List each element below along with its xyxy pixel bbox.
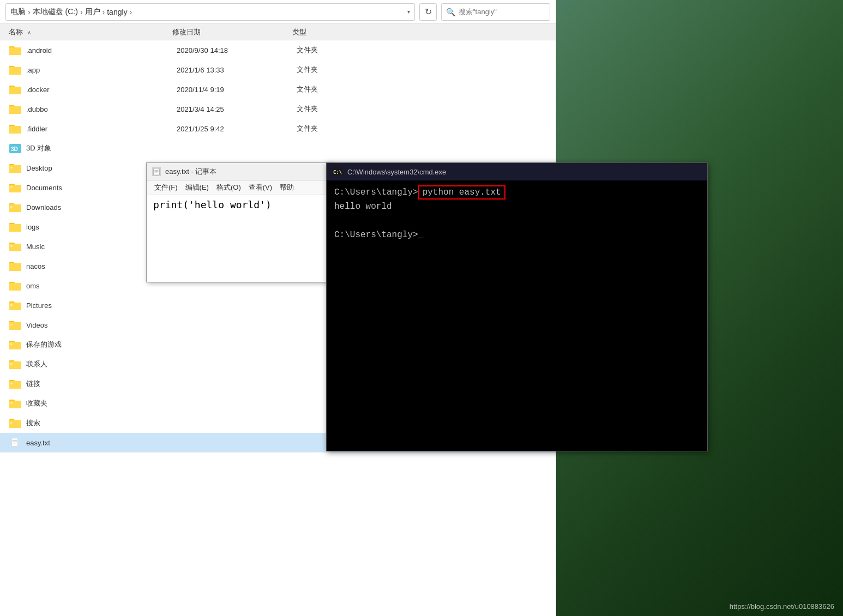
notepad-content[interactable]: print('hello world') [147,195,331,282]
svg-rect-27 [10,383,13,384]
file-date: 2020/11/4 9:19 [177,86,297,94]
file-date: 2021/1/6 13:33 [177,66,297,74]
cmd-titlebar: C:\ C:\Windows\system32\cmd.exe [327,163,707,180]
file-item[interactable]: .app2021/1/6 13:33文件夹 [0,60,556,80]
menu-help[interactable]: 帮助 [276,182,297,193]
file-icon [9,397,22,410]
file-item[interactable]: .fiddler2021/1/25 9:42文件夹 [0,119,556,138]
watermark: https://blog.csdn.net/u010883626 [730,602,834,611]
sep1: › [28,8,31,16]
sep2: › [80,8,83,16]
search-box: 🔍 [441,3,550,21]
file-icon [9,63,22,76]
file-type: 文件夹 [297,124,378,134]
breadcrumb-users[interactable]: 用户 [85,7,100,17]
file-name: 保存的游戏 [26,340,177,349]
file-icon [9,240,22,253]
file-icon [9,181,22,194]
file-type: 文件夹 [297,104,378,114]
svg-rect-28 [9,401,21,408]
sep3: › [103,8,105,16]
file-name: Pictures [26,301,177,310]
breadcrumb-drive[interactable]: 本地磁盘 (C:) [33,7,78,17]
svg-rect-23 [10,343,13,345]
svg-rect-30 [9,420,21,428]
menu-format[interactable]: 格式(O) [213,182,244,193]
svg-rect-15 [10,245,13,247]
cmd-icon: C:\ [332,167,343,176]
file-icon [9,102,22,116]
file-type: 文件夹 [297,45,378,55]
breadcrumb[interactable]: 电脑 › 本地磁盘 (C:) › 用户 › tangly › ▾ [5,3,415,21]
cmd-content[interactable]: C:\Users\tangly>python easy.txt hello wo… [327,180,707,451]
search-icon: 🔍 [446,8,455,16]
svg-rect-10 [10,186,13,188]
col-date-header[interactable]: 修改日期 [172,27,292,37]
file-name: 收藏夹 [26,398,177,408]
file-icon [9,201,22,214]
file-name: 3D 对象 [26,143,177,153]
svg-rect-4 [9,126,21,134]
svg-text:3D: 3D [11,146,18,152]
file-icon [9,436,22,449]
file-name: 链接 [26,379,177,389]
file-name: .fiddler [26,125,177,133]
notepad-menu: 文件(F) 编辑(E) 格式(O) 查看(V) 帮助 [147,180,331,195]
file-name: oms [26,282,177,290]
cmd-command-highlight: python easy.txt [418,185,505,200]
cmd-line-2: hello world [334,200,700,213]
svg-rect-24 [9,361,21,369]
svg-rect-19 [10,304,13,306]
cmd-line-4: C:\Users\tangly>_ [334,228,700,241]
cmd-window: C:\ C:\Windows\system32\cmd.exe C:\Users… [326,162,708,451]
notepad-title: easy.txt - 记事本 [165,167,326,177]
file-icon [9,358,22,371]
svg-rect-2 [9,87,21,94]
svg-rect-32 [11,438,17,446]
search-input[interactable] [459,8,535,16]
file-icon [9,161,22,174]
refresh-button[interactable]: ↻ [419,3,437,21]
breadcrumb-pc[interactable]: 电脑 [10,7,26,17]
svg-rect-25 [10,363,13,365]
file-icon [9,377,22,390]
svg-text:C:\: C:\ [333,170,342,175]
file-name: .docker [26,86,177,94]
cmd-line-3 [334,214,700,227]
file-name: .app [26,66,177,74]
file-date: 2021/1/25 9:42 [177,125,297,133]
svg-rect-21 [10,324,13,325]
svg-rect-1 [9,67,21,75]
file-item[interactable]: .android2020/9/30 14:18文件夹 [0,40,556,60]
menu-edit[interactable]: 编辑(E) [182,182,212,193]
sep4: › [130,8,133,16]
svg-rect-11 [9,204,21,212]
column-headers: 名称 ∧ 修改日期 类型 [0,24,556,40]
file-item[interactable]: 3D 3D 对象 [0,138,556,158]
file-icon [9,259,22,273]
file-name: Videos [26,321,177,329]
file-name: 联系人 [26,359,177,369]
svg-rect-0 [9,47,21,55]
menu-file[interactable]: 文件(F) [151,182,181,193]
file-date: 2021/3/4 14:25 [177,105,297,113]
col-name-header[interactable]: 名称 ∧ [9,27,172,37]
svg-rect-17 [9,283,21,291]
file-name: easy.txt [26,439,177,447]
file-item[interactable]: .dubbo2021/3/4 14:25文件夹 [0,99,556,119]
file-date: 2020/9/30 14:18 [177,46,297,55]
file-name: 搜索 [26,418,177,428]
svg-rect-29 [10,402,13,404]
menu-view[interactable]: 查看(V) [245,182,275,193]
notepad-icon [152,167,161,176]
svg-rect-36 [154,168,160,174]
breadcrumb-tangly[interactable]: tangly [107,8,127,16]
file-icon [9,299,22,312]
breadcrumb-dropdown[interactable]: ▾ [407,9,410,15]
file-icon [9,83,22,96]
col-type-header[interactable]: 类型 [292,27,374,37]
notepad-window: easy.txt - 记事本 文件(F) 编辑(E) 格式(O) 查看(V) 帮… [146,162,332,282]
svg-rect-12 [10,206,13,208]
file-item[interactable]: .docker2020/11/4 9:19文件夹 [0,80,556,99]
file-icon [9,318,22,331]
